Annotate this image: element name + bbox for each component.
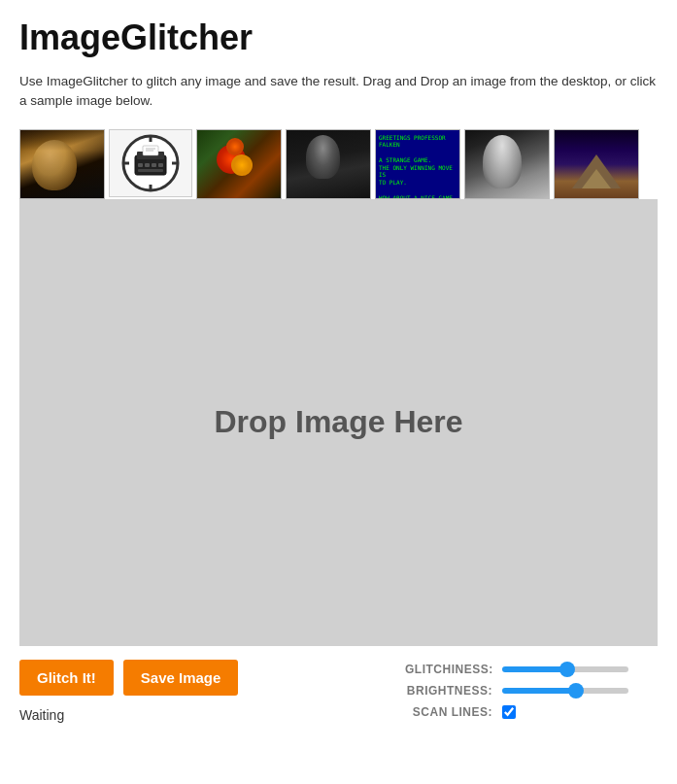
svg-rect-10 — [158, 163, 163, 167]
app-title: ImageGlitcher — [19, 17, 658, 58]
scan-lines-label: SCAN LINES: — [405, 705, 492, 719]
svg-rect-7 — [138, 163, 143, 167]
glitch-button[interactable]: Glitch It! — [19, 660, 114, 696]
sample-thumb-6[interactable] — [464, 129, 550, 199]
svg-rect-9 — [152, 163, 156, 167]
drop-zone[interactable]: Drop Image Here — [19, 199, 658, 646]
sample-images-row: GREETINGS PROFESSOR FALKEN A STRANGE GAM… — [19, 129, 658, 199]
drop-zone-text: Drop Image Here — [214, 404, 462, 440]
sample-thumb-5[interactable]: GREETINGS PROFESSOR FALKEN A STRANGE GAM… — [375, 129, 460, 199]
scan-lines-row: SCAN LINES: — [405, 705, 516, 719]
status-row: Waiting — [19, 707, 238, 723]
typewriter-icon — [121, 134, 180, 192]
glitchiness-row: GLITCHINESS: — [405, 663, 628, 676]
svg-rect-11 — [138, 169, 163, 172]
sample-thumb-7[interactable] — [554, 129, 639, 199]
scan-lines-checkbox[interactable] — [502, 705, 516, 719]
brightness-label: BRIGHTNESS: — [405, 684, 492, 698]
svg-rect-8 — [145, 163, 150, 167]
brightness-slider[interactable] — [502, 688, 628, 694]
sample-thumb-2[interactable] — [109, 129, 192, 197]
app-description: Use ImageGlitcher to glitch any image an… — [19, 72, 658, 112]
bottom-left-controls: Glitch It! Save Image Waiting — [19, 660, 238, 723]
sliders-group: GLITCHINESS: BRIGHTNESS: SCAN LINES: — [405, 663, 658, 719]
save-button[interactable]: Save Image — [123, 660, 239, 696]
buttons-group: Glitch It! Save Image — [19, 660, 238, 696]
status-text: Waiting — [19, 707, 64, 723]
glitchiness-slider[interactable] — [502, 666, 628, 672]
sample-thumb-3[interactable] — [196, 129, 282, 199]
glitchiness-label: GLITCHINESS: — [405, 663, 492, 676]
sample-thumb-4[interactable] — [286, 129, 371, 199]
controls-row: Glitch It! Save Image Waiting GLITCHINES… — [19, 660, 658, 727]
sample-thumb-1[interactable] — [19, 129, 105, 199]
brightness-row: BRIGHTNESS: — [405, 684, 628, 698]
